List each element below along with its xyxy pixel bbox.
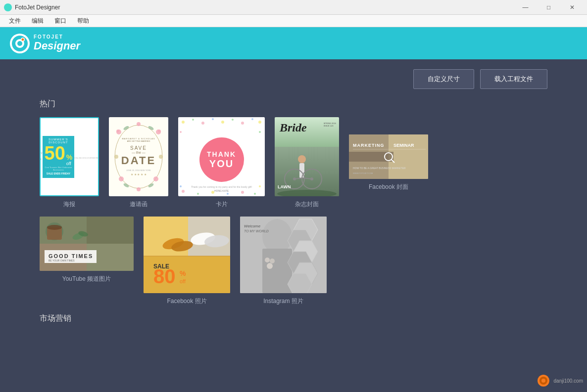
header: FOTOJET Designer <box>0 27 587 59</box>
menu-help[interactable]: 帮助 <box>72 16 94 26</box>
svg-point-94 <box>267 263 273 269</box>
magazine-thumb: Bride SPRING 2016ISSUE 123 <box>275 117 339 196</box>
invite-the: — the — <box>121 151 156 154</box>
titlebar-controls: — □ ✕ <box>514 0 583 15</box>
svg-point-34 <box>197 193 199 195</box>
close-button[interactable]: ✕ <box>561 0 583 15</box>
app-icon <box>4 3 12 11</box>
poster-sale: SALE ENDS FRIDAY <box>45 172 73 175</box>
svg-text:HOW TO BE A GREAT BUSINESS MAR: HOW TO BE A GREAT BUSINESS MARKETER <box>353 167 406 170</box>
card-dots-svg <box>178 117 265 196</box>
svg-point-12 <box>119 176 124 181</box>
svg-text:80: 80 <box>153 265 176 287</box>
facebook-cover-label: Facebook 封面 <box>369 183 408 191</box>
svg-point-28 <box>258 121 261 124</box>
invite-date: DATE <box>121 154 156 167</box>
mag-issue: SPRING 2016ISSUE 123 <box>324 122 336 127</box>
facebook-photo-thumb: SALE 80 % off <box>144 217 230 293</box>
template-poster[interactable]: ONLINE MARY & MAX SUMMER'S DISCOUNT 50 %… <box>40 117 99 209</box>
watermark-text: danji100.com <box>554 378 583 384</box>
svg-point-21 <box>192 119 194 121</box>
template-youtube[interactable]: GOOD TIMES BE YOUR OWN TIMES YouTube 频道图… <box>40 217 134 305</box>
load-project-button[interactable]: 载入工程文件 <box>480 69 547 89</box>
svg-point-10 <box>114 155 118 159</box>
brand-fotojet-label: FOTOJET <box>34 34 80 40</box>
invite-save: SAVE <box>121 145 156 151</box>
svg-point-20 <box>182 121 185 124</box>
card-message: Thank you for coming to my party and for… <box>178 185 265 188</box>
svg-point-15 <box>137 187 141 191</box>
poster-percent: % <box>66 153 72 161</box>
svg-text:%: % <box>180 269 186 277</box>
menu-file[interactable]: 文件 <box>4 16 26 26</box>
template-facebook-photo[interactable]: SALE 80 % off Facebook 照片 <box>144 217 230 305</box>
svg-point-96 <box>265 258 270 262</box>
bottom-section: 市场营销 <box>40 313 547 324</box>
mag-lawn: LAWN <box>278 184 291 189</box>
brand: FOTOJET Designer <box>10 34 80 53</box>
svg-point-30 <box>259 131 261 133</box>
section-hot-title: 热门 <box>40 99 547 109</box>
svg-point-101 <box>541 379 545 383</box>
svg-text:TO MY WORLD: TO MY WORLD <box>244 229 269 233</box>
menu-window[interactable]: 窗口 <box>49 16 71 26</box>
template-invite[interactable]: MARGARET & NICHOLAS ARE GETTING MARRIED … <box>109 117 168 209</box>
facebook-photo-label: Facebook 照片 <box>167 297 206 305</box>
svg-text:WWW.FOTOJET.COM: WWW.FOTOJET.COM <box>353 172 373 174</box>
svg-point-25 <box>232 119 234 121</box>
svg-point-13 <box>153 176 158 181</box>
ig-svg: Welcome TO MY WORLD <box>240 217 327 293</box>
instagram-label: Instagram 照片 <box>263 297 303 305</box>
svg-point-86 <box>262 219 292 254</box>
poster-off: off <box>66 161 71 166</box>
svg-point-22 <box>201 122 204 125</box>
titlebar: FotoJet Designer — □ ✕ <box>0 0 587 15</box>
svg-point-7 <box>116 130 119 132</box>
maximize-button[interactable]: □ <box>538 0 560 15</box>
invite-text: MARGARET & NICHOLAS ARE GETTING MARRIED … <box>121 137 156 176</box>
youtube-thumb: GOOD TIMES BE YOUR OWN TIMES <box>40 217 134 271</box>
template-facebook-cover[interactable]: MARKETING SEMINAR HOW TO BE A GREAT BUSI… <box>349 117 428 209</box>
svg-point-40 <box>298 155 306 163</box>
svg-point-65 <box>47 225 62 230</box>
svg-text:BE YOUR OWN TIMES: BE YOUR OWN TIMES <box>49 259 75 262</box>
poster-categories: Coat Trousers Skirt Underwear Accessorie… <box>45 166 73 171</box>
section-marketing-title: 市场营销 <box>40 313 547 324</box>
svg-point-39 <box>277 190 337 196</box>
svg-point-26 <box>241 122 244 125</box>
svg-point-36 <box>227 193 229 195</box>
custom-size-button[interactable]: 自定义尺寸 <box>413 69 474 89</box>
template-grid-row2: GOOD TIMES BE YOUR OWN TIMES YouTube 频道图… <box>40 217 547 305</box>
svg-text:off: off <box>180 278 186 284</box>
youtube-label: YouTube 频道图片 <box>62 275 111 283</box>
svg-text:GOOD TIMES: GOOD TIMES <box>49 253 93 259</box>
card-name: HONG KATE <box>178 189 265 192</box>
poster-thumb: ONLINE MARY & MAX SUMMER'S DISCOUNT 50 %… <box>40 117 99 196</box>
svg-point-2 <box>17 41 22 46</box>
svg-text:MARKETING: MARKETING <box>353 143 385 148</box>
mag-title: Bride <box>280 121 307 134</box>
magazine-label: 杂志封面 <box>295 200 319 209</box>
svg-point-14 <box>137 122 141 126</box>
svg-rect-60 <box>87 217 134 244</box>
poster-url: ONLINE.DISCOVERMOREFOTOJET.COM <box>74 157 99 159</box>
template-magazine[interactable]: Bride SPRING 2016ISSUE 123 <box>275 117 339 209</box>
app-title: FotoJet Designer <box>15 4 60 11</box>
main-content: 自定义尺寸 载入工程文件 热门 ONLINE MARY & MAX SUMMER… <box>0 59 587 342</box>
card-label: 卡片 <box>216 200 228 209</box>
svg-text:SEMINAR: SEMINAR <box>393 143 414 148</box>
template-instagram[interactable]: Welcome TO MY WORLD Instagram 照片 <box>240 217 327 305</box>
template-grid-row1: ONLINE MARY & MAX SUMMER'S DISCOUNT 50 %… <box>40 117 547 209</box>
svg-point-29 <box>180 131 182 133</box>
poster-fifty: 50 <box>45 144 65 163</box>
fb-svg: MARKETING SEMINAR HOW TO BE A GREAT BUSI… <box>349 134 428 179</box>
svg-point-24 <box>221 121 224 124</box>
invite-thumb: MARGARET & NICHOLAS ARE GETTING MARRIED … <box>109 117 168 196</box>
minimize-button[interactable]: — <box>514 0 537 15</box>
template-card[interactable]: THANK YOU Thank you for coming to my par… <box>178 117 265 209</box>
card-thumb: THANK YOU Thank you for coming to my par… <box>178 117 265 196</box>
svg-point-23 <box>212 118 214 120</box>
watermark-icon <box>536 373 551 388</box>
yt-svg: GOOD TIMES BE YOUR OWN TIMES <box>40 217 134 271</box>
menu-edit[interactable]: 编辑 <box>27 16 49 26</box>
